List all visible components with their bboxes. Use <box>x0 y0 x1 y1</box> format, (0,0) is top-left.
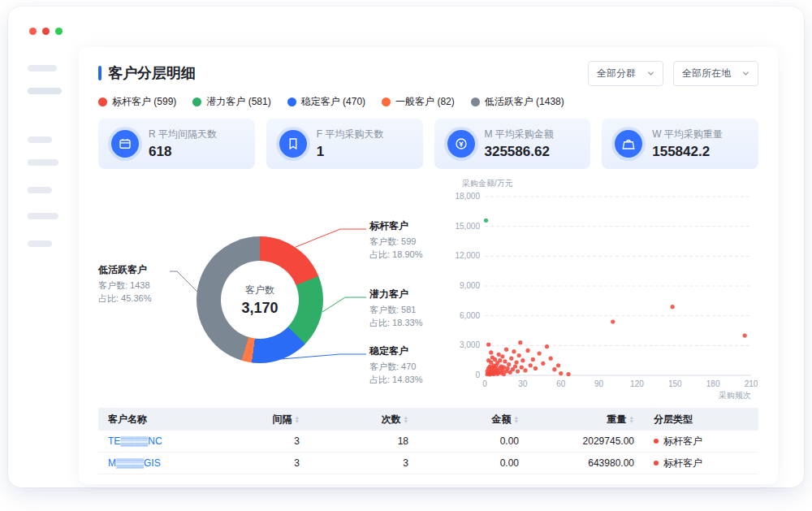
group-filter-label: 全部分群 <box>597 67 636 80</box>
legend-dot-icon <box>287 97 296 106</box>
column-label: 次数 <box>382 413 401 427</box>
callout-percent: 占比: 18.90% <box>369 249 459 262</box>
location-filter-dropdown[interactable]: 全部所在地 <box>673 61 758 86</box>
donut-callout-stable: 稳定客户 客户数: 470 占比: 14.83% <box>369 344 459 387</box>
coin-icon <box>447 130 475 158</box>
stat-info: W 平均采购重量 155842.2 <box>652 128 723 160</box>
callout-count: 客户数: 581 <box>369 304 459 317</box>
close-window-button[interactable] <box>29 28 37 35</box>
times-cell: 3 <box>309 457 418 469</box>
segment-type-cell: 标杆客户 <box>644 435 758 448</box>
customer-name-cell: TE▒▒▒▒NC <box>98 435 220 447</box>
donut-callout-potential: 潜力客户 客户数: 581 占比: 18.33% <box>369 288 459 330</box>
callout-title: 标杆客户 <box>369 219 459 233</box>
location-filter-label: 全部所在地 <box>682 67 731 80</box>
stat-value: 1 <box>317 144 384 160</box>
column-header-4[interactable]: 金额▲▼ <box>418 413 529 427</box>
maximize-window-button[interactable] <box>55 28 63 35</box>
legend-item[interactable]: 低活跃客户 (1438) <box>471 95 564 109</box>
svg-text:0: 0 <box>475 370 480 379</box>
calendar-icon <box>111 130 139 158</box>
svg-text:6,000: 6,000 <box>460 311 480 320</box>
stat-info: F 平均采购天数 1 <box>317 128 384 160</box>
column-header-5[interactable]: 重量▲▼ <box>529 413 644 427</box>
weight-cell: 2029745.00 <box>529 435 644 447</box>
group-filter-dropdown[interactable]: 全部分群 <box>588 61 663 86</box>
legend-label: 稳定客户 (470) <box>301 95 365 109</box>
callout-percent: 占比: 18.33% <box>369 317 459 330</box>
donut-center: 客户数 3,170 <box>221 261 299 339</box>
callout-count: 客户数: 1438 <box>98 279 171 292</box>
legend-item[interactable]: 潜力客户 (581) <box>192 95 270 109</box>
stat-label: R 平均间隔天数 <box>149 128 217 141</box>
table-header: 客户名称间隔▲▼次数▲▼金额▲▼重量▲▼分层类型 <box>98 408 758 431</box>
title-accent-bar <box>98 66 102 80</box>
legend-label: 标杆客户 (599) <box>112 95 176 109</box>
panel-header: 客户分层明细 全部分群 全部所在地 <box>98 62 758 84</box>
callout-title: 低活跃客户 <box>98 263 171 277</box>
legend-item[interactable]: 稳定客户 (470) <box>287 95 365 109</box>
customer-link[interactable]: TE▒▒▒▒NC <box>108 435 162 447</box>
legend-dot-icon <box>382 97 391 106</box>
column-label: 金额 <box>492 413 512 427</box>
weight-icon <box>615 130 642 158</box>
minimize-window-button[interactable] <box>42 28 50 35</box>
column-label: 间隔 <box>273 413 292 427</box>
stat-value: 155842.2 <box>652 144 723 160</box>
stat-info: R 平均间隔天数 618 <box>149 128 217 160</box>
table-body: TE▒▒▒▒NC3180.002029745.00标杆客户M▒▒▒▒GIS330… <box>98 431 758 474</box>
stat-cards: R 平均间隔天数 618 F 平均采购天数 1 M 平均采购金额 <box>98 119 758 169</box>
legend-label: 一般客户 (82) <box>395 95 455 109</box>
column-label: 重量 <box>607 413 627 427</box>
sidebar-skeleton-item <box>28 187 52 193</box>
stat-value: 618 <box>149 144 217 160</box>
stat-label: W 平均采购重量 <box>652 128 723 141</box>
svg-text:150: 150 <box>668 379 682 388</box>
sort-icon[interactable]: ▲▼ <box>629 415 634 423</box>
column-header-3[interactable]: 次数▲▼ <box>309 413 418 427</box>
svg-text:18,000: 18,000 <box>455 192 480 201</box>
sort-icon[interactable]: ▲▼ <box>295 415 300 423</box>
main-panel: 客户分层明细 全部分群 全部所在地 标杆客户 (599)潜力客户 (581)稳定… <box>79 47 778 484</box>
column-label: 分层类型 <box>654 414 693 425</box>
legend-dot-icon <box>192 97 201 106</box>
stat-label: F 平均采购天数 <box>317 128 384 141</box>
callout-percent: 占比: 14.83% <box>369 374 459 387</box>
stat-card-purchase-amount: M 平均采购金额 325586.62 <box>434 119 591 169</box>
legend-item[interactable]: 标杆客户 (599) <box>98 95 176 109</box>
callout-count: 客户数: 599 <box>369 236 459 249</box>
segment-type-label: 标杆客户 <box>663 435 702 448</box>
donut-callout-inactive: 低活跃客户 客户数: 1438 占比: 45.36% <box>98 263 171 305</box>
column-header-6: 分层类型 <box>644 413 758 427</box>
scatter-chart: 03,0006,0009,00012,00015,00018,000030609… <box>452 177 758 401</box>
amount-cell: 0.00 <box>418 435 529 447</box>
segment-type-label: 标杆客户 <box>663 457 702 470</box>
sort-icon[interactable]: ▲▼ <box>404 415 408 423</box>
legend-label: 潜力客户 (581) <box>206 95 270 109</box>
customer-link[interactable]: M▒▒▒▒GIS <box>108 457 161 469</box>
svg-text:180: 180 <box>706 379 720 388</box>
segment-dot-icon <box>654 439 659 444</box>
donut-center-value: 3,170 <box>241 300 278 317</box>
segment-type-cell: 标杆客户 <box>644 457 758 470</box>
stat-value: 325586.62 <box>485 144 554 160</box>
column-header-2[interactable]: 间隔▲▼ <box>220 413 309 427</box>
amount-cell: 0.00 <box>418 457 529 469</box>
window-controls <box>29 28 63 35</box>
sidebar-skeleton-item <box>28 159 58 166</box>
svg-text:12,000: 12,000 <box>455 251 480 260</box>
svg-text:90: 90 <box>594 379 604 388</box>
column-label: 客户名称 <box>108 414 147 425</box>
app-window: 客户分层明细 全部分群 全部所在地 标杆客户 (599)潜力客户 (581)稳定… <box>8 6 804 487</box>
legend-label: 低活跃客户 (1438) <box>485 95 564 109</box>
page-title: 客户分层明细 <box>108 63 196 83</box>
svg-text:9,000: 9,000 <box>460 281 480 290</box>
callout-count: 客户数: 470 <box>369 361 459 374</box>
legend-item[interactable]: 一般客户 (82) <box>382 95 455 109</box>
callout-title: 稳定客户 <box>369 344 459 358</box>
legend-dot-icon <box>471 97 480 106</box>
customer-name-cell: M▒▒▒▒GIS <box>98 457 220 469</box>
sort-icon[interactable]: ▲▼ <box>514 415 519 423</box>
svg-text:采购频次: 采购频次 <box>719 391 751 400</box>
stat-card-purchase-days: F 平均采购天数 1 <box>266 119 423 169</box>
